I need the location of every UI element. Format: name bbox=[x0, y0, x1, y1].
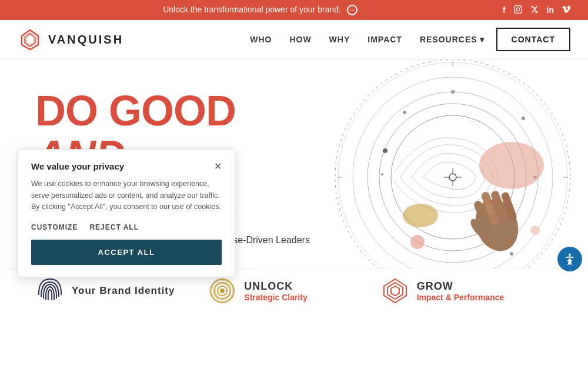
linkedin-icon[interactable]: in bbox=[547, 5, 554, 15]
hero-section: DO GOOD AND DO WELL. Brand Strategy and … bbox=[0, 59, 588, 313]
nav-links: WHO HOW WHY IMPACT RESOURCES ▾ bbox=[250, 34, 484, 45]
svg-marker-1 bbox=[25, 33, 35, 47]
svg-marker-44 bbox=[387, 283, 403, 299]
accessibility-button[interactable] bbox=[557, 247, 582, 271]
fingerprint-icon bbox=[35, 276, 65, 306]
cookie-accept-button[interactable]: ACCEPT ALL bbox=[31, 240, 222, 265]
svg-point-12 bbox=[383, 148, 387, 153]
nav-how[interactable]: HOW bbox=[289, 34, 311, 45]
nav-why[interactable]: WHY bbox=[329, 34, 350, 45]
svg-point-23 bbox=[530, 226, 540, 235]
facebook-icon[interactable]: f bbox=[503, 5, 506, 15]
instagram-icon[interactable] bbox=[514, 5, 522, 15]
svg-point-15 bbox=[451, 90, 455, 94]
svg-point-22 bbox=[410, 235, 425, 249]
cookie-title: We value your privacy bbox=[31, 161, 124, 171]
navbar: VANQUISH WHO HOW WHY IMPACT RESOURCES ▾ … bbox=[0, 20, 588, 59]
cookie-actions: CUSTOMIZE REJECT ALL bbox=[31, 223, 222, 231]
feature-brand-identity: Your Brand Identity bbox=[35, 276, 208, 306]
cookie-customize-button[interactable]: CUSTOMIZE bbox=[31, 223, 78, 231]
logo-icon bbox=[18, 27, 42, 52]
logo-label: VANQUISH bbox=[48, 33, 123, 47]
svg-point-14 bbox=[403, 111, 406, 114]
cookie-close-button[interactable]: ✕ bbox=[214, 162, 222, 171]
feature-brand-text: Your Brand Identity bbox=[72, 285, 175, 297]
cookie-header: We value your privacy ✕ bbox=[31, 161, 222, 171]
twitter-icon[interactable] bbox=[530, 5, 539, 15]
cookie-body: We use cookies to enhance your browsing … bbox=[31, 178, 222, 213]
logo[interactable]: VANQUISH bbox=[18, 27, 123, 52]
nav-impact[interactable]: IMPACT bbox=[368, 34, 402, 45]
accessibility-icon bbox=[563, 253, 576, 266]
feature-unlock: UNLOCK Strategic Clarity bbox=[208, 276, 380, 306]
svg-point-21 bbox=[479, 142, 544, 189]
social-icons-bar: f in bbox=[503, 5, 570, 15]
feature-unlock-text: UNLOCK Strategic Clarity bbox=[244, 280, 307, 302]
nav-resources[interactable]: RESOURCES ▾ bbox=[420, 35, 485, 44]
svg-point-24 bbox=[403, 204, 438, 227]
grow-icon bbox=[380, 276, 410, 306]
cookie-banner: We value your privacy ✕ We use cookies t… bbox=[18, 149, 235, 277]
banner-text: Unlock the transformational power of you… bbox=[18, 5, 503, 15]
svg-point-25 bbox=[449, 174, 456, 181]
svg-marker-45 bbox=[391, 286, 399, 296]
chevron-down-icon: ▾ bbox=[480, 35, 485, 44]
banner-arrow-icon[interactable]: → bbox=[347, 5, 358, 15]
feature-grow-text: GROW Impact & Performance bbox=[417, 280, 505, 302]
svg-point-46 bbox=[569, 254, 571, 256]
vimeo-icon[interactable] bbox=[562, 5, 570, 15]
hero-line1: DO GOOD bbox=[35, 89, 341, 134]
contact-button[interactable]: CONTACT bbox=[496, 28, 570, 51]
cookie-reject-button[interactable]: REJECT ALL bbox=[89, 223, 139, 231]
nav-who[interactable]: WHO bbox=[250, 34, 272, 45]
svg-point-16 bbox=[522, 117, 525, 120]
svg-point-13 bbox=[381, 173, 383, 175]
top-banner: Unlock the transformational power of you… bbox=[0, 0, 588, 20]
feature-grow: GROW Impact & Performance bbox=[380, 276, 553, 306]
svg-point-40 bbox=[220, 289, 224, 293]
unlock-icon bbox=[208, 276, 237, 306]
svg-point-18 bbox=[510, 252, 513, 256]
